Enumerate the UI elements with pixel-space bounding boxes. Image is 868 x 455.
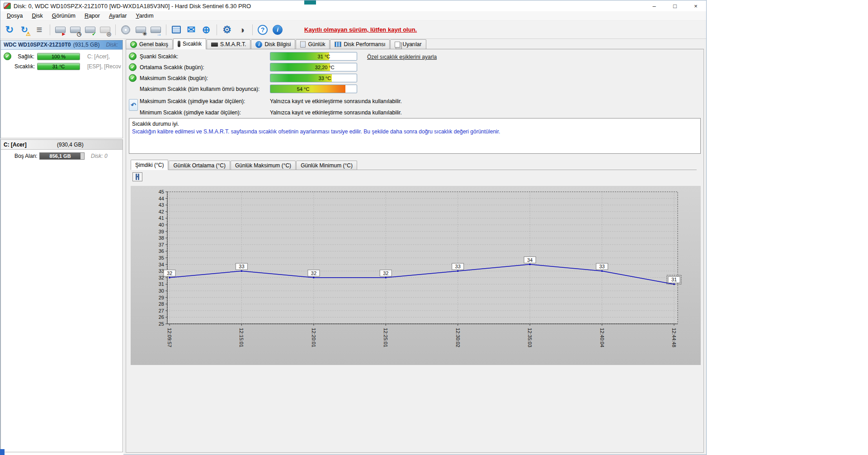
disk-index-label: Disk:	[106, 42, 118, 48]
disk-ok-icon-overlay: ✓	[92, 31, 96, 37]
locked-reading-row: Maksimum Sıcaklık (şimdiye kadar ölçülen…	[129, 95, 703, 107]
svg-text:32: 32	[383, 270, 388, 276]
notebook-icon[interactable]	[169, 23, 184, 37]
tab-g-nl-k[interactable]: Günlük	[296, 39, 330, 49]
disk-history-icon-overlay: ◷	[77, 31, 81, 37]
report-icon-glyph: ≡	[37, 25, 42, 35]
health-bar: 100 %	[37, 53, 80, 60]
notebook-icon-shape	[172, 26, 181, 33]
disk-scan-icon[interactable]: ◎	[98, 23, 112, 37]
info-icon-glyph: i	[273, 25, 283, 35]
save-chart-button[interactable]	[132, 172, 142, 181]
smart-icon	[211, 43, 218, 47]
app-window: Disk: 0, WDC WD10SPZX-21Z10T0 [WD-WXD1A1…	[0, 0, 707, 455]
svg-text:12:30:02: 12:30:02	[455, 328, 461, 347]
disk-export-icon-overlay: →	[156, 31, 162, 37]
tab-uyar-lar[interactable]: Uyarılar	[390, 39, 426, 49]
tab-disk-bilgisi[interactable]: iDisk Bilgisi	[251, 39, 295, 49]
sidebar: WDC WD10SPZX-21Z10T0 (931,5 GB) Disk: ✓ …	[0, 39, 123, 455]
svg-text:12:09:57: 12:09:57	[167, 328, 172, 347]
disk-remove-icon[interactable]: ►	[53, 23, 67, 37]
globe-message-icon-glyph: ⊕	[202, 25, 210, 35]
svg-text:31: 31	[671, 277, 677, 282]
menu-item-ayarlar[interactable]: Ayarlar	[104, 12, 131, 20]
cd-icon-shape	[121, 25, 130, 34]
info-icon[interactable]: i	[270, 23, 285, 37]
chart-tab-g-nl-k-minimum-c[interactable]: Günlük Minimum (°C)	[296, 161, 357, 170]
disc-gear-icon[interactable]: ◑	[235, 23, 249, 37]
overview-status-icon: ✓	[130, 41, 137, 48]
tab-label: Uyarılar	[402, 41, 421, 47]
help-icon[interactable]: ?	[255, 23, 270, 37]
refresh-icon-glyph: ↻	[5, 25, 14, 35]
window-title: Disk: 0, WDC WD10SPZX-21Z10T0 [WD-WXD1A1…	[14, 3, 251, 9]
tab-label: Genel bakış	[139, 41, 168, 47]
refresh-warning-icon[interactable]: ↻⚠	[17, 23, 32, 37]
disk-export-icon[interactable]: →	[148, 23, 163, 37]
temperature-reading-label: Maksimum Sıcaklık (tüm kullanım ömrü boy…	[140, 86, 270, 92]
status-text: Sıcaklık durumu iyi.	[132, 120, 698, 128]
menu-item-rapor[interactable]: Rapor	[80, 12, 104, 20]
toolbar-separator	[217, 24, 217, 35]
svg-text:34: 34	[527, 257, 533, 263]
disk-list-panel[interactable]: WDC WD10SPZX-21Z10T0 (931,5 GB) Disk: ✓ …	[0, 40, 123, 138]
svg-text:28: 28	[159, 301, 164, 307]
undo-button[interactable]: ↶	[129, 99, 138, 111]
close-button[interactable]: ×	[685, 0, 706, 11]
disk-size: (931,5 GB)	[73, 42, 100, 48]
disk-summary: ✓ Sağlık: 100 % C: [Acer], Sıcaklık:	[1, 50, 123, 72]
refresh-icon[interactable]: ↻	[2, 23, 17, 37]
svg-text:31: 31	[159, 281, 164, 287]
menu-item-dosya[interactable]: Dosya	[2, 12, 27, 20]
menu-item-disk[interactable]: Disk	[27, 12, 47, 20]
maximize-button[interactable]: □	[665, 0, 685, 11]
tab-s-cakl-k[interactable]: Sıcaklık	[173, 38, 206, 49]
svg-text:12:44:48: 12:44:48	[671, 328, 677, 347]
register-link[interactable]: Kayıtlı olmayan sürüm, lütfen kayıt olun…	[304, 26, 417, 33]
health-row: Sağlık: 100 % C: [Acer],	[14, 52, 123, 61]
tab-genel-bak[interactable]: ✓Genel bakış	[126, 39, 173, 49]
temperature-reading-bar: 32,20 °C	[270, 63, 357, 71]
partition-header[interactable]: C: [Acer] (930,4 GB)	[1, 140, 123, 150]
refresh-warning-icon-overlay: ⚠	[26, 31, 31, 37]
temperature-reading-row: ✓Ortalama Sıcaklık (bugün):32,20 °C	[129, 63, 703, 71]
status-ok-icon: ✓	[129, 63, 137, 71]
svg-text:42: 42	[159, 209, 164, 214]
mail-icon[interactable]: ✉	[184, 23, 198, 37]
temperature-reading-bar: 33 °C	[270, 74, 357, 82]
window-controls: – □ ×	[644, 0, 706, 11]
partition-name: C: [Acer]	[4, 142, 57, 148]
chart-tab-g-nl-k-maksimum-c[interactable]: Günlük Maksimum (°C)	[231, 161, 296, 170]
partition-size: (930,4 GB)	[57, 142, 84, 148]
free-space-row: Boş Alan: 856,1 GB Disk: 0	[1, 150, 123, 160]
threshold-settings-link[interactable]: Özel sıcaklık eşiklerini ayarla	[367, 54, 437, 60]
tab-disk-performans[interactable]: Disk Performansı	[330, 39, 390, 49]
temperature-chart: 2526272829303132333435363738394041424344…	[131, 186, 701, 365]
disk-history-icon[interactable]: ◷	[68, 23, 82, 37]
menu-item-gorunum[interactable]: Görünüm	[47, 12, 80, 20]
disk-ok-icon[interactable]: ✓	[83, 23, 97, 37]
svg-text:33: 33	[599, 264, 604, 269]
temperature-bar-value: 33 °C	[319, 76, 331, 81]
disk-status-ok-icon: ✓	[4, 52, 11, 60]
chart-tab-imdiki-c[interactable]: Şimdiki (°C)	[131, 160, 168, 170]
disk-list-header[interactable]: WDC WD10SPZX-21Z10T0 (931,5 GB) Disk:	[1, 40, 123, 50]
partition-panel[interactable]: C: [Acer] (930,4 GB) Boş Alan: 856,1 GB …	[0, 139, 123, 452]
tab-s-m-a-r-t[interactable]: S.M.A.R.T.	[207, 39, 250, 49]
app-icon	[4, 3, 11, 9]
menubar: DosyaDiskGörünümRaporAyarlarYardım	[0, 11, 706, 21]
taskbar-corner-fragment	[0, 449, 5, 455]
svg-text:12:35:03: 12:35:03	[527, 328, 533, 347]
disk-gear-icon[interactable]: ✳	[133, 23, 148, 37]
mail-icon-glyph: ✉	[187, 25, 195, 35]
menu-item-yardim[interactable]: Yardım	[131, 12, 158, 20]
temperature-icon	[178, 41, 180, 47]
cd-icon[interactable]	[118, 23, 133, 37]
globe-message-icon[interactable]: ⊕	[199, 23, 213, 37]
svg-text:35: 35	[159, 255, 164, 261]
minimize-button[interactable]: –	[644, 0, 665, 11]
chart-tab-g-nl-k-ortalama-c[interactable]: Günlük Ortalama (°C)	[169, 161, 230, 170]
main-body: WDC WD10SPZX-21Z10T0 (931,5 GB) Disk: ✓ …	[0, 39, 706, 455]
settings-gear-icon[interactable]: ⚙	[220, 23, 234, 37]
report-icon[interactable]: ≡	[32, 23, 47, 37]
